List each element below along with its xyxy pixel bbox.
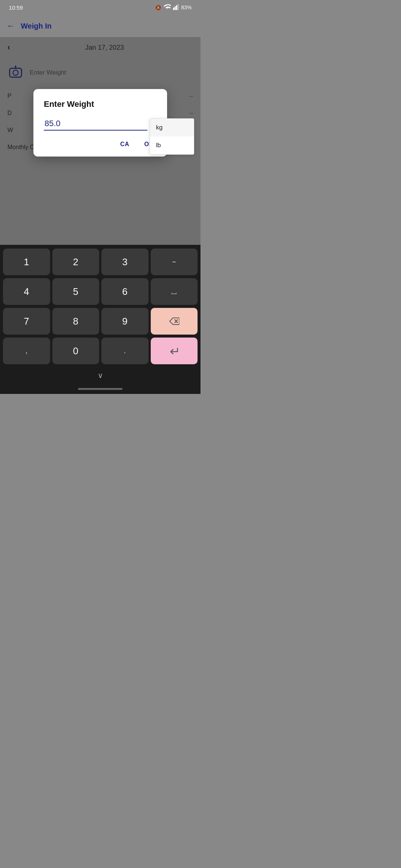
svg-rect-3 [177, 4, 179, 10]
key-7[interactable]: 7 [3, 308, 50, 335]
enter-key[interactable] [151, 338, 198, 364]
key-period[interactable]: . [101, 338, 149, 364]
signal-icon [173, 4, 179, 11]
content-area: ‹ Jan 17, 2023 Enter Weight P -- D -- W … [0, 37, 200, 245]
keyboard-row-2: 4 5 6 ⎵ [3, 278, 198, 305]
key-2[interactable]: 2 [52, 249, 100, 275]
battery-icon: 83% [181, 4, 192, 10]
back-button[interactable]: ← [7, 21, 15, 31]
key-9[interactable]: 9 [101, 308, 149, 335]
unit-options-list: kg lb [150, 118, 194, 155]
home-bar [3, 384, 198, 394]
svg-rect-0 [173, 7, 174, 10]
key-3[interactable]: 3 [101, 249, 149, 275]
keyboard-row-4: , 0 . [3, 338, 198, 364]
key-minus[interactable]: − [151, 249, 198, 275]
key-space[interactable]: ⎵ [151, 278, 198, 305]
status-bar: 10:59 🔕 83% [0, 0, 200, 15]
status-icons: 🔕 83% [155, 4, 192, 11]
dialog-title: Enter Weight [44, 99, 157, 109]
mute-icon: 🔕 [155, 5, 161, 10]
key-0[interactable]: 0 [52, 338, 100, 364]
key-1[interactable]: 1 [3, 249, 50, 275]
unit-option-kg[interactable]: kg [150, 119, 194, 137]
dialog-actions: CA OK [44, 139, 157, 149]
keyboard: 1 2 3 − 4 5 6 ⎵ 7 8 9 , 0 . [0, 245, 200, 394]
wifi-icon [163, 4, 171, 11]
dialog-input-row: kg ▼ kg lb [44, 117, 157, 131]
unit-dropdown[interactable]: kg ▼ kg lb [153, 121, 194, 131]
unit-option-lb[interactable]: lb [150, 137, 194, 154]
dialog-overlay: Enter Weight kg ▼ kg [0, 37, 200, 245]
key-8[interactable]: 8 [52, 308, 100, 335]
app-header: ← Weigh In [0, 15, 200, 37]
page-title: Weigh In [21, 22, 52, 30]
keyboard-collapse-button[interactable]: ∨ [98, 371, 103, 380]
key-5[interactable]: 5 [52, 278, 100, 305]
keyboard-bottom-bar: ∨ [3, 367, 198, 384]
svg-rect-2 [176, 5, 177, 10]
key-6[interactable]: 6 [101, 278, 149, 305]
cancel-button[interactable]: CA [117, 139, 133, 149]
svg-rect-1 [175, 6, 176, 10]
backspace-key[interactable] [151, 308, 198, 335]
key-comma[interactable]: , [3, 338, 50, 364]
key-4[interactable]: 4 [3, 278, 50, 305]
enter-weight-dialog: Enter Weight kg ▼ kg [33, 89, 167, 157]
keyboard-row-1: 1 2 3 − [3, 249, 198, 275]
keyboard-row-3: 7 8 9 [3, 308, 198, 335]
status-time: 10:59 [9, 4, 23, 11]
home-bar-line [78, 388, 123, 390]
weight-input[interactable] [44, 117, 147, 131]
